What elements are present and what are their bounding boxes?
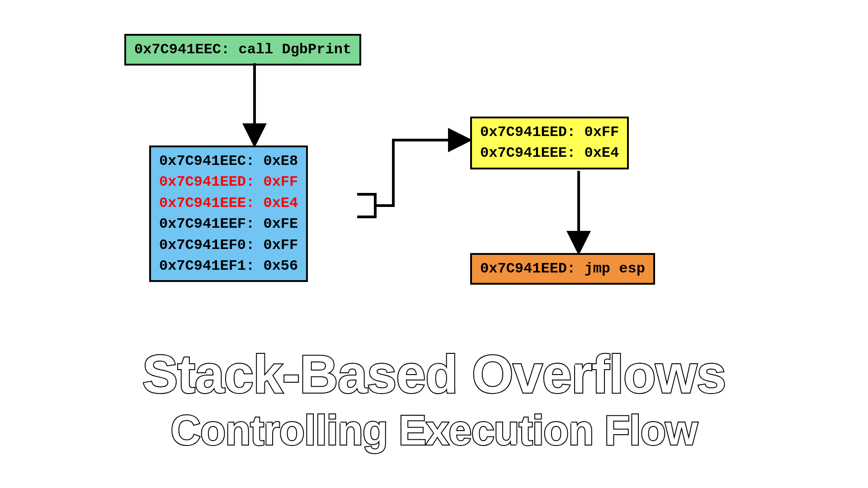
box-jmp-text: 0x7C941EED: jmp esp [480,260,645,277]
box-selected-bytes: 0x7C941EED: 0xFF 0x7C941EEE: 0xE4 [470,117,629,169]
title-text-2: Controlling Execution Flow [171,407,698,453]
title-line-1: Stack-Based Overflows [0,343,868,405]
box-call-text: 0x7C941EEC: call DgbPrint [134,41,351,58]
selected-row: 0x7C941EEE: 0xE4 [480,143,619,164]
box-call-dbgprint: 0x7C941EEC: call DgbPrint [124,34,361,66]
opcode-row: 0x7C941EF0: 0xFF [159,235,298,256]
opcode-row: 0x7C941EEF: 0xFE [159,214,298,235]
box-opcode-bytes: 0x7C941EEC: 0xE8 0x7C941EED: 0xFF 0x7C94… [149,145,308,282]
opcode-row: 0x7C941EEC: 0xE8 [159,151,298,172]
diagram-stage: 0x7C941EEC: call DgbPrint 0x7C941EEC: 0x… [0,0,868,488]
title-line-2: Controlling Execution Flow [0,407,868,454]
title-text-1: Stack-Based Overflows [142,344,726,404]
selected-row: 0x7C941EED: 0xFF [480,122,619,143]
box-jmp-esp: 0x7C941EED: jmp esp [470,253,655,285]
opcode-row: 0x7C941EED: 0xFF [159,172,298,192]
opcode-row: 0x7C941EEE: 0xE4 [159,193,298,214]
opcode-row: 0x7C941EF1: 0x56 [159,256,298,277]
arrow-blue-to-yellow [357,140,468,217]
